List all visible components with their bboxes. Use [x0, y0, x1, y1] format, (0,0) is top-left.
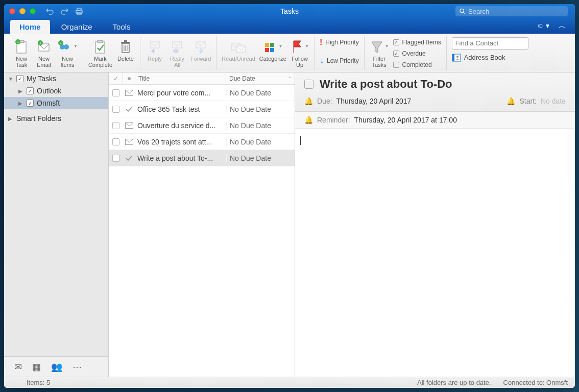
col-title[interactable]: Title	[135, 72, 226, 84]
row-checkbox[interactable]	[112, 155, 119, 162]
high-priority-button[interactable]: ! High Priority	[320, 37, 359, 47]
forward-icon	[194, 39, 207, 54]
row-checkbox[interactable]	[112, 106, 119, 113]
forward-button[interactable]: Forward	[188, 36, 213, 63]
col-flag[interactable]	[123, 72, 135, 84]
task-row[interactable]: Merci pour votre com...No Due Date	[109, 85, 295, 101]
row-due: No Due Date	[226, 105, 295, 113]
high-priority-icon: !	[320, 38, 322, 47]
col-complete[interactable]: ✓	[109, 72, 123, 84]
nav-mail-icon[interactable]: ✉	[14, 361, 22, 373]
forward-label: Forward	[190, 56, 211, 62]
svg-rect-30	[270, 43, 274, 47]
svg-line-4	[463, 12, 465, 14]
find-contact-input[interactable]	[452, 37, 528, 50]
sidebar-smart-folders[interactable]: ▶ Smart Folders	[4, 112, 108, 125]
low-priority-label: Low Priority	[327, 57, 359, 64]
tabs-right-controls: ☺ ▾ ︿	[537, 21, 566, 31]
filter-overdue[interactable]: ✓Overdue	[393, 48, 441, 59]
print-icon[interactable]	[75, 7, 84, 15]
nav-people-icon[interactable]: 👥	[51, 361, 62, 373]
sidebar-nav-bar: ✉ ▦ 👥 ⋯	[4, 356, 108, 377]
close-button[interactable]	[9, 8, 15, 14]
row-due: No Due Date	[226, 121, 295, 130]
text-cursor	[300, 136, 301, 145]
new-task-button[interactable]: + NewTask	[10, 36, 33, 69]
ribbon-tabs: Home Organize Tools ☺ ▾ ︿	[4, 18, 575, 34]
reply-all-label: ReplyAll	[170, 56, 184, 68]
task-row[interactable]: Write a post about To-...No Due Date	[109, 150, 295, 166]
undo-icon[interactable]	[46, 8, 54, 15]
status-bar: Items: 5 All folders are up to date. Con…	[4, 377, 575, 388]
detail-notes[interactable]	[295, 129, 575, 377]
col-due-date[interactable]: Due Dateˆ	[226, 72, 295, 84]
detail-due[interactable]: 🔔 Due: Thursday, 20 April 2017	[304, 97, 411, 105]
filter-flagged-items[interactable]: ✓Flagged Items	[393, 37, 441, 47]
task-rows: Merci pour votre com...No Due DateOffice…	[109, 85, 295, 377]
low-priority-button[interactable]: ↓ Low Priority	[320, 56, 359, 66]
reply-icon	[148, 39, 161, 54]
row-checkbox[interactable]	[112, 122, 119, 129]
task-list-header: ✓ Title Due Dateˆ	[109, 72, 295, 85]
feedback-icon[interactable]: ☺ ▾	[537, 21, 549, 31]
sidebar-my-tasks[interactable]: ▼✓ My Tasks	[4, 72, 108, 85]
categorize-label: Categorize	[259, 56, 286, 62]
svg-rect-34	[452, 54, 454, 61]
sidebar: ▼✓ My Tasks ▶✓ Outlook ▶✓ Onmsft ▶ Smart…	[4, 72, 109, 377]
mark-complete-button[interactable]: MarkComplete	[86, 36, 114, 69]
row-title: Office 365 Task test	[135, 105, 226, 113]
new-task-icon: +	[15, 39, 28, 54]
filter-tasks-label: FilterTasks	[372, 56, 387, 68]
follow-up-label: FollowUp	[292, 56, 308, 68]
task-row[interactable]: Ouverture du service d...No Due Date	[109, 117, 295, 134]
sidebar-outlook[interactable]: ▶✓ Outlook	[4, 85, 108, 97]
delete-button[interactable]: Delete	[114, 36, 137, 63]
svg-rect-17	[98, 40, 103, 43]
sidebar-onmsft[interactable]: ▶✓ Onmsft	[4, 97, 108, 109]
row-checkbox[interactable]	[112, 138, 119, 145]
filter-tasks-button[interactable]: ▼ FilterTasks	[368, 36, 391, 69]
detail-complete-checkbox[interactable]	[304, 80, 313, 89]
svg-text:+: +	[60, 41, 62, 45]
row-due: No Due Date	[226, 154, 295, 162]
window-title: Tasks	[280, 7, 299, 15]
row-type-icon	[123, 155, 135, 161]
row-checkbox[interactable]	[112, 89, 119, 96]
detail-reminder[interactable]: 🔔 Reminder: Thursday, 20 April 2017 at 1…	[295, 112, 575, 129]
reply-label: Reply	[148, 56, 162, 62]
maximize-button[interactable]	[30, 8, 36, 14]
collapse-ribbon-icon[interactable]: ︿	[559, 21, 566, 31]
reply-button[interactable]: Reply	[143, 36, 166, 63]
tab-organize[interactable]: Organize	[52, 20, 102, 34]
new-items-label: NewItems	[61, 56, 75, 68]
categorize-button[interactable]: ▼ Categorize	[257, 36, 288, 63]
search-field[interactable]	[455, 6, 568, 16]
row-type-icon	[123, 106, 135, 112]
redo-icon[interactable]	[60, 8, 68, 15]
window-controls	[4, 8, 36, 14]
reply-all-button[interactable]: ReplyAll	[166, 36, 188, 69]
categorize-icon	[263, 39, 277, 54]
task-list-pane: ✓ Title Due Dateˆ Merci pour votre com..…	[109, 72, 295, 377]
read-unread-button[interactable]: Read/Unread	[220, 36, 257, 63]
filter-completed[interactable]: Completed	[393, 60, 441, 70]
task-row[interactable]: Office 365 Task testNo Due Date	[109, 101, 295, 117]
tab-tools[interactable]: Tools	[104, 20, 140, 34]
nav-calendar-icon[interactable]: ▦	[32, 361, 41, 373]
detail-title: Write a post about To-Do	[320, 78, 452, 91]
tab-home[interactable]: Home	[10, 20, 50, 34]
row-title: Vos 20 trajets sont att...	[135, 138, 226, 146]
search-input[interactable]	[468, 8, 564, 15]
new-items-button[interactable]: +▼ NewItems	[55, 36, 80, 69]
bell-icon: 🔔	[304, 97, 313, 105]
nav-more-icon[interactable]: ⋯	[73, 361, 82, 373]
new-items-icon: +	[57, 39, 73, 54]
minimize-button[interactable]	[19, 8, 26, 14]
bell-icon: 🔔	[304, 116, 313, 124]
follow-up-button[interactable]: ▼ FollowUp	[288, 36, 311, 69]
detail-start[interactable]: 🔔 Start: No date	[506, 97, 566, 105]
task-row[interactable]: Vos 20 trajets sont att...No Due Date	[109, 134, 295, 150]
address-book-icon	[452, 54, 461, 62]
new-email-button[interactable]: + NewEmail	[33, 36, 55, 69]
address-book-button[interactable]: Address Book	[452, 54, 528, 62]
